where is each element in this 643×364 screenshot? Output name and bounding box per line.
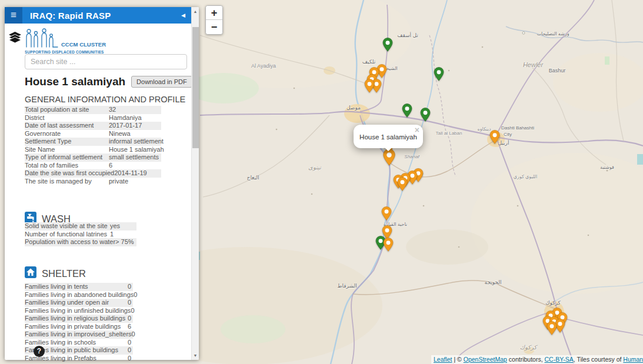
row-value: > 75% — [115, 238, 134, 246]
row-value: yes — [110, 222, 120, 231]
row-value: 0 — [128, 355, 131, 363]
map-popup: House 1 salamiyah × — [354, 125, 423, 148]
map-zoom-control: + − — [205, 5, 223, 35]
row-value: 0 — [134, 291, 137, 299]
table-row: Families living under open air0 — [25, 299, 133, 307]
row-value: informal settlement — [109, 138, 164, 146]
scroll-down-icon[interactable]: ▼ — [192, 353, 199, 358]
row-label: District — [25, 114, 109, 122]
shelter-house-icon — [25, 266, 36, 280]
map-marker-orange[interactable] — [488, 128, 501, 144]
zoom-in-button[interactable]: + — [206, 6, 222, 20]
site-title: House 1 salamiyah — [25, 75, 125, 88]
row-value: 0 — [128, 339, 131, 347]
attribution-text: , Tiles courtesy of — [574, 356, 624, 363]
table-row: Settlement Typeinformal settlement — [25, 138, 161, 146]
table-row: DistrictHamdaniya — [25, 114, 161, 122]
table-row: The site is managed byprivate — [25, 178, 161, 186]
hamburger-icon: ≡ — [11, 9, 16, 21]
table-row: Families living in tents0 — [25, 283, 133, 291]
sidebar-panel: ≡ IRAQ: Rapid RASP ◀ — [5, 7, 199, 360]
app-window: Al Ayadiyaتلكيفالشيخةتل أسقفموصلTall al … — [0, 0, 643, 364]
row-value: 6 — [128, 323, 131, 331]
zoom-out-button[interactable]: − — [206, 20, 222, 34]
table-row: Families living in private buildings6 — [25, 323, 133, 331]
row-label: The site is managed by — [25, 178, 109, 186]
row-label: Site Name — [25, 146, 109, 154]
map-attribution: Leaflet | © OpenStreetMap contributors, … — [431, 355, 643, 364]
row-label: Settlement Type — [25, 138, 109, 146]
search-input[interactable] — [25, 54, 187, 69]
row-value: 6 — [109, 162, 112, 170]
scroll-up-icon[interactable]: ▲ — [192, 9, 199, 14]
osm-link[interactable]: OpenStreetMap — [464, 356, 507, 363]
table-row: Families living in religious buildings0 — [25, 315, 133, 323]
row-value: 0 — [128, 283, 131, 291]
row-value: Ninewa — [109, 130, 131, 138]
menu-button[interactable]: ≡ — [5, 7, 22, 24]
row-value: 0 — [128, 315, 131, 323]
collapse-sidebar-icon[interactable]: ◀ — [181, 12, 185, 18]
scrollbar-thumb[interactable] — [192, 27, 199, 148]
row-value: private — [109, 178, 128, 186]
map-marker-green[interactable] — [419, 105, 432, 122]
layers-icon[interactable] — [8, 32, 22, 46]
row-value: small settlements — [109, 153, 159, 162]
general-info-table: Total population at site32DistrictHamdan… — [25, 106, 161, 185]
row-value: 0 — [128, 299, 131, 307]
row-label: Total nb of families — [25, 162, 109, 170]
map-marker-orange[interactable] — [380, 204, 393, 221]
leaflet-link[interactable]: Leaflet — [434, 356, 452, 363]
map-marker-green[interactable] — [432, 65, 445, 81]
table-row: Families living in unfinished buildings0 — [25, 307, 133, 315]
map-marker-orange[interactable] — [545, 319, 558, 335]
sidebar-scrollbar[interactable]: ▲ ▼ — [191, 7, 199, 360]
map-marker-orange[interactable] — [396, 175, 409, 191]
table-row: GovernorateNinewa — [25, 130, 161, 138]
table-row: Population with access to water> 75% — [25, 238, 136, 246]
ccbysa-link[interactable]: CC-BY-SA — [545, 356, 574, 363]
row-value: 2014-11-19 — [114, 169, 146, 178]
wash-table: Solid waste visible at the siteyesNumber… — [25, 222, 136, 246]
row-label: Families living in unfinished buildings — [25, 307, 131, 315]
logo-name: CCCM CLUSTER — [61, 41, 106, 48]
map-marker-orange[interactable] — [382, 235, 395, 252]
row-label: Number of functional latrines — [25, 231, 110, 239]
row-label: Families living in religious buildings — [25, 315, 128, 323]
help-button[interactable]: ? — [34, 346, 45, 357]
row-value: House 1 salamiyah — [109, 146, 164, 154]
row-value: 0 — [128, 346, 131, 355]
row-label: Type of informal settlement — [25, 153, 109, 162]
table-row: Families living in abandoned buildings0 — [25, 291, 133, 299]
row-label: Families living in abandoned buildings — [25, 291, 134, 299]
general-section-heading: GENERAL INFORMATION AND PROFILE — [25, 95, 185, 104]
row-value: 0 — [131, 307, 134, 315]
popup-tip — [384, 148, 393, 153]
row-value: 0 — [132, 330, 135, 339]
app-title: IRAQ: Rapid RASP — [30, 11, 111, 21]
row-value: 32 — [109, 106, 116, 114]
popup-site-name: House 1 salamiyah — [359, 133, 417, 141]
map-marker-orange[interactable] — [363, 76, 376, 93]
row-label: Date the site was first occupied — [25, 169, 114, 178]
table-row: Solid waste visible at the siteyes — [25, 222, 136, 231]
row-label: Solid waste visible at the site — [25, 222, 110, 231]
popup-close-icon[interactable]: × — [415, 125, 419, 135]
table-row: Site NameHouse 1 salamiyah — [25, 146, 161, 154]
row-label: Families living in private buildings — [25, 323, 128, 331]
attribution-text: contributors, — [507, 356, 545, 363]
row-label: Total population at site — [25, 106, 109, 114]
row-value: 1 — [110, 231, 114, 239]
cccm-people-icon — [25, 28, 59, 49]
row-label: Families living under open air — [25, 299, 128, 307]
download-pdf-button[interactable]: Download in PDF — [131, 76, 192, 88]
row-value: Hamdaniya — [109, 114, 142, 122]
table-row: Families living in improvised_shelters0 — [25, 330, 133, 339]
table-row: Number of functional latrines1 — [25, 231, 136, 239]
hot-osm-link[interactable]: Humanitarian OpenStreetMap — [623, 356, 643, 363]
row-value: 2017-01-17 — [109, 122, 142, 130]
row-label: Date of last assessment — [25, 122, 109, 130]
cccm-logo: CCCM CLUSTER SUPPORTING DISPLACED COMMUN… — [25, 28, 119, 56]
map-marker-green[interactable] — [381, 35, 394, 52]
map-marker-green[interactable] — [401, 101, 414, 118]
